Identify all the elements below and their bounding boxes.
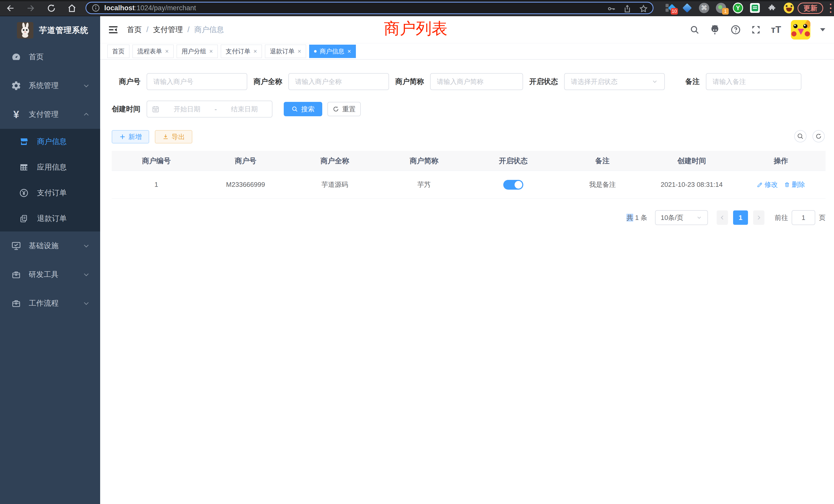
close-icon[interactable]: × <box>298 48 301 55</box>
pen-icon <box>757 182 763 188</box>
page-size-select[interactable]: 10条/页 <box>655 210 708 225</box>
home-icon[interactable] <box>66 3 78 14</box>
end-date-placeholder: 结束日期 <box>221 105 267 114</box>
documents-icon <box>19 214 29 224</box>
sidebar-item-system[interactable]: 系统管理 <box>0 71 100 100</box>
reload-icon[interactable] <box>46 3 57 14</box>
add-button[interactable]: 新增 <box>112 130 149 143</box>
plus-icon <box>119 134 126 140</box>
sidebar: 芋道管理系统 首页 系统管理 ¥ 支付管理 <box>0 16 100 504</box>
extensions-puzzle-icon[interactable] <box>767 3 777 13</box>
url-bar[interactable]: localhost:1024/pay/merchant <box>86 2 654 14</box>
user-avatar[interactable] <box>791 20 810 40</box>
toggle-search-button[interactable] <box>794 130 807 142</box>
fullscreen-icon[interactable] <box>751 25 761 35</box>
help-icon[interactable] <box>730 24 741 35</box>
command-extension-icon[interactable]: ⌘ <box>699 3 709 13</box>
status-toggle[interactable] <box>503 180 523 190</box>
merchant-short-input[interactable] <box>430 73 523 90</box>
calendar-icon <box>152 105 159 113</box>
close-icon[interactable]: × <box>347 48 351 55</box>
edit-link[interactable]: 修改 <box>757 180 778 189</box>
sketch-extension-icon[interactable]: 10 <box>665 3 675 13</box>
table-row: 1 M233666999 芋道源码 芋艿 我是备注 2021-10-23 08:… <box>112 171 826 199</box>
browser-profile-avatar[interactable] <box>784 3 794 13</box>
trash-icon <box>784 182 790 188</box>
status-label: 开启状态 <box>529 77 558 87</box>
forward-icon[interactable] <box>25 3 37 14</box>
chrome-update-button[interactable]: 更新 <box>797 3 823 14</box>
share-icon[interactable] <box>623 4 632 13</box>
remark-input[interactable] <box>706 73 802 90</box>
tab-home[interactable]: 首页 <box>107 45 129 58</box>
export-button[interactable]: 导出 <box>155 130 192 143</box>
col-merchant-short: 商户简称 <box>379 151 469 171</box>
font-size-icon[interactable]: ᴛT <box>771 24 781 35</box>
sidebar-item-infrastructure[interactable]: 基础设施 <box>0 231 100 260</box>
sidebar-item-merchant-info[interactable]: 商户信息 <box>0 129 100 155</box>
sidebar-item-app-info[interactable]: 应用信息 <box>0 155 100 180</box>
tab-merchant-info[interactable]: 商户信息× <box>309 45 356 58</box>
status-select[interactable]: 请选择开启状态 <box>564 73 665 90</box>
chevron-left-icon <box>719 214 725 221</box>
tab-refund-order[interactable]: 退款订单× <box>265 45 306 58</box>
app-logo[interactable]: 芋道管理系统 <box>0 16 100 44</box>
browser-chrome: localhost:1024/pay/merchant 10 ⌘ <box>0 0 834 16</box>
chat-extension-icon[interactable] <box>750 3 760 13</box>
merchant-no-input[interactable] <box>147 73 247 90</box>
dashboard-icon <box>11 51 22 62</box>
close-icon[interactable]: × <box>165 48 169 55</box>
refresh-table-button[interactable] <box>812 130 825 142</box>
app-header: 首页 / 支付管理 / 商户信息 ᴛT <box>100 16 834 43</box>
merchant-name-input[interactable] <box>288 73 389 90</box>
tab-process-form[interactable]: 流程表单× <box>132 45 174 58</box>
user-menu-caret-icon[interactable] <box>820 28 825 31</box>
sidebar-item-payment[interactable]: ¥ 支付管理 <box>0 100 100 129</box>
refresh-icon <box>332 106 339 112</box>
reset-button[interactable]: 重置 <box>327 102 361 116</box>
tab-pay-order[interactable]: 支付订单× <box>221 45 262 58</box>
search-icon[interactable] <box>690 25 699 35</box>
breadcrumb-home[interactable]: 首页 <box>127 25 142 35</box>
sidebar-item-refund-order[interactable]: 退款订单 <box>0 206 100 231</box>
merchant-table: 商户编号 商户号 商户全称 商户简称 开启状态 备注 创建时间 操作 1 M23… <box>112 151 826 199</box>
breadcrumb-payment[interactable]: 支付管理 <box>153 25 183 35</box>
sidebar-item-home[interactable]: 首页 <box>0 43 100 71</box>
sidebar-collapse-icon[interactable] <box>107 24 119 36</box>
goto-page-input[interactable] <box>792 210 815 225</box>
create-time-range-picker[interactable]: 开始日期 - 结束日期 <box>147 100 272 117</box>
next-page-button[interactable] <box>753 210 764 225</box>
profile-extension-icon[interactable]: 1 <box>716 3 726 13</box>
cell-merchant-name: 芋道源码 <box>290 171 379 198</box>
payment-submenu: 商户信息 应用信息 支付订单 <box>0 129 100 231</box>
y-extension-icon[interactable]: Y <box>733 3 743 13</box>
chevron-down-icon <box>696 214 702 221</box>
cell-merchant-no: M233666999 <box>201 171 290 198</box>
sidebar-item-devtools[interactable]: 研发工具 <box>0 260 100 289</box>
sidebar-item-workflow[interactable]: 工作流程 <box>0 289 100 318</box>
col-create-time: 创建时间 <box>647 151 737 171</box>
search-button[interactable]: 搜索 <box>284 102 322 116</box>
github-icon[interactable] <box>709 24 721 36</box>
yen-icon: ¥ <box>11 109 22 120</box>
search-icon <box>797 133 804 140</box>
gear-icon <box>11 80 22 91</box>
close-icon[interactable]: × <box>209 48 213 55</box>
chrome-menu-icon[interactable] <box>829 4 832 13</box>
delete-link[interactable]: 删除 <box>784 180 805 189</box>
prev-page-button[interactable] <box>717 210 728 225</box>
page-number-1[interactable]: 1 <box>733 210 748 225</box>
star-icon[interactable] <box>639 4 648 13</box>
close-icon[interactable]: × <box>254 48 257 55</box>
chevron-down-icon <box>83 271 90 278</box>
key-icon[interactable] <box>607 4 616 13</box>
sidebar-item-pay-order[interactable]: 支付订单 <box>0 180 100 206</box>
info-icon[interactable] <box>91 4 100 12</box>
back-icon[interactable] <box>5 3 16 14</box>
goto-label: 前往 <box>775 213 788 222</box>
tab-user-group[interactable]: 用户分组× <box>177 45 218 58</box>
total-count: 共 1 条 <box>627 213 647 222</box>
pin-extension-icon[interactable] <box>682 3 692 13</box>
pagination: 共 1 条 10条/页 1 前往 页 <box>627 209 826 226</box>
main-content: 商户列表 首页 / 支付管理 / 商户信息 <box>100 16 834 504</box>
